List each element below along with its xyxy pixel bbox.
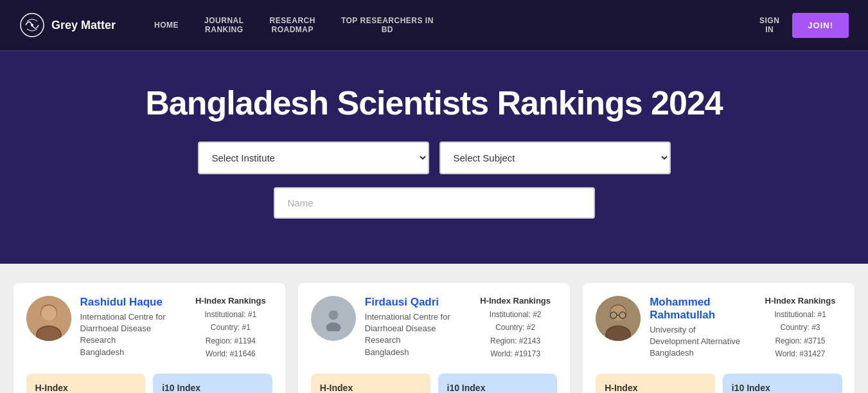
avatar-0: [26, 296, 71, 341]
researcher-card-0: Rashidul Haque International Centre for …: [13, 283, 285, 393]
hindex-block-1: H-Index Rankings Institutional: #2 Count…: [474, 296, 557, 361]
name-search-row: [13, 187, 855, 219]
hindex-block-2: H-Index Rankings Institutional: #1 Count…: [758, 296, 842, 361]
join-button[interactable]: JOIN!: [792, 13, 849, 38]
nav-journal-ranking[interactable]: JOURNAL RANKING: [204, 16, 244, 34]
nav-actions: SIGN IN JOIN!: [759, 13, 849, 38]
navigation: Grey Matter HOME JOURNAL RANKING RESEARC…: [0, 0, 868, 51]
hindex-block-0: H-Index Rankings Institutional: #1 Count…: [189, 296, 272, 361]
page-title: Bangladesh Scientists Rankings 2024: [13, 84, 855, 122]
card-info-2: Mohammed Rahmatullah University of Devel…: [650, 296, 749, 360]
subject-select[interactable]: Select Subject: [439, 142, 671, 174]
card-info-1: Firdausi Qadri International Centre for …: [365, 296, 465, 358]
researcher-org-0: International Centre for Diarrhoeal Dise…: [80, 311, 180, 358]
hindex-stat-0: H-Index Total: 92 Last 6 Years: 59: [26, 374, 146, 393]
researcher-org-2: University of Development Alternative Ba…: [650, 324, 749, 360]
hindex-stat-2: H-Index Total: 69 Last 6 Years: 37: [596, 374, 715, 393]
i10-stat-1: i10 Index Total: 370 Last 6 Years: 294: [438, 374, 558, 393]
researcher-cards-row: Rashidul Haque International Centre for …: [13, 283, 855, 393]
i10-stat-2: i10 Index Total: 293 Last 6 Years: 162: [723, 374, 842, 393]
researcher-name-1[interactable]: Firdausi Qadri: [365, 296, 465, 309]
cards-section: Rashidul Haque International Centre for …: [0, 264, 868, 393]
researcher-org-1: International Centre for Diarrhoeal Dise…: [365, 311, 465, 358]
filter-row: Select Institute Select Subject: [13, 142, 855, 174]
svg-point-8: [328, 310, 338, 320]
researcher-card-1: Firdausi Qadri International Centre for …: [298, 283, 570, 393]
researcher-name-2[interactable]: Mohammed Rahmatullah: [650, 296, 749, 322]
avatar-1: [311, 296, 356, 341]
nav-top-researchers[interactable]: TOP RESEARCHERS IN BD: [341, 16, 434, 34]
logo-text: Grey Matter: [51, 19, 116, 32]
svg-point-1: [31, 24, 33, 26]
i10-stat-0: i10 Index Total: 380 Last 6 Years: 314: [153, 374, 272, 393]
researcher-card-2: Mohammed Rahmatullah University of Devel…: [583, 283, 855, 393]
avatar-2: [596, 296, 641, 341]
logo[interactable]: Grey Matter: [19, 12, 116, 38]
nav-research-roadmap[interactable]: RESEARCH ROADMAP: [270, 16, 315, 34]
card-info-0: Rashidul Haque International Centre for …: [80, 296, 180, 358]
hindex-stat-1: H-Index Total: 80 Last 6 Years: 49: [311, 374, 430, 393]
nav-links: HOME JOURNAL RANKING RESEARCH ROADMAP TO…: [154, 16, 759, 34]
hero-section: Bangladesh Scientists Rankings 2024 Sele…: [0, 51, 868, 264]
sign-in-button[interactable]: SIGN IN: [759, 16, 779, 34]
nav-home[interactable]: HOME: [154, 21, 179, 30]
name-input[interactable]: [274, 187, 595, 219]
institute-select[interactable]: Select Institute: [198, 142, 429, 174]
svg-point-5: [41, 306, 57, 321]
researcher-name-0[interactable]: Rashidul Haque: [80, 296, 180, 309]
